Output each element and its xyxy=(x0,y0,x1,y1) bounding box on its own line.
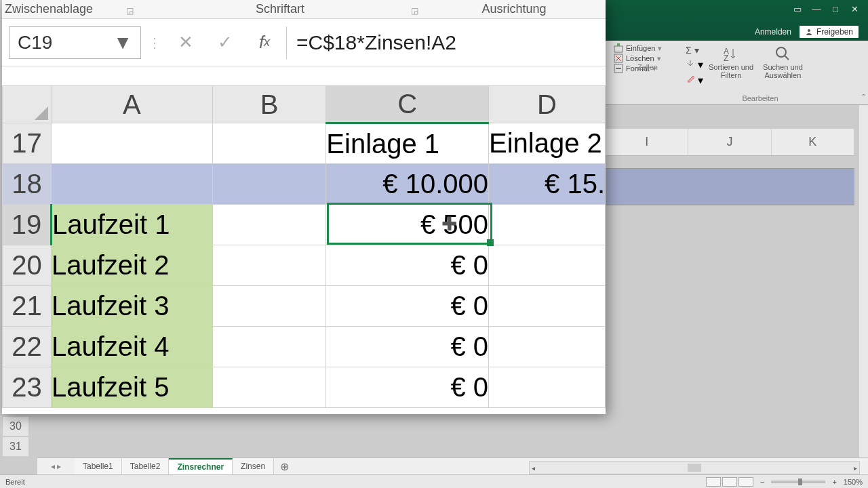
formula-separator: ⋮ xyxy=(145,35,164,51)
cell-a21[interactable]: Laufzeit 3 xyxy=(51,286,212,327)
ribbon-options-icon[interactable]: ▭ xyxy=(788,3,807,15)
formula-bar[interactable]: =C$18*Zinsen!A2 xyxy=(286,26,606,59)
cell-c22[interactable]: € 0 xyxy=(326,327,489,367)
sort-filter-icon: AZ xyxy=(722,45,740,62)
ribbon-right: Einfügen ▾ Löschen ▾ Format ▾ Zellen Σ ▾… xyxy=(606,41,868,105)
cell-c17[interactable]: Einlage 1 xyxy=(326,123,489,164)
row-header-20[interactable]: 20 xyxy=(3,245,52,286)
col-header-k[interactable]: K xyxy=(772,129,854,155)
share-icon xyxy=(805,28,813,36)
autosum-button[interactable]: Σ ▾ xyxy=(686,45,703,56)
cell-b17[interactable] xyxy=(212,123,326,164)
tab-zinsrechner[interactable]: Zinsrechner xyxy=(169,458,233,474)
font-group-label: Schriftart xyxy=(256,2,304,16)
cell-a23[interactable]: Laufzeit 5 xyxy=(51,367,212,408)
col-header-i[interactable]: I xyxy=(606,129,688,155)
cell-a22[interactable]: Laufzeit 4 xyxy=(51,327,212,367)
cell-d19[interactable] xyxy=(489,205,606,245)
add-sheet-button[interactable]: ⊕ xyxy=(274,458,294,474)
signin-link[interactable]: Anmelden xyxy=(755,27,791,37)
view-break-button[interactable] xyxy=(738,477,753,487)
tab-tabelle2[interactable]: Tabelle2 xyxy=(122,458,170,474)
minimize-icon[interactable]: — xyxy=(807,3,826,15)
cell-b23[interactable] xyxy=(212,367,326,408)
tab-tabelle1[interactable]: Tabelle1 xyxy=(75,458,122,474)
zoom-out-button[interactable]: − xyxy=(760,478,764,486)
font-launcher-icon[interactable]: ◲ xyxy=(411,6,418,16)
cell-d20[interactable] xyxy=(489,245,606,286)
cell-b19[interactable] xyxy=(212,205,326,245)
cell-c23[interactable]: € 0 xyxy=(326,367,489,408)
cell-b21[interactable] xyxy=(212,286,326,327)
namebox-dropdown-icon[interactable]: ▼ xyxy=(113,32,132,54)
col-header-a[interactable]: A xyxy=(51,86,212,123)
delete-icon xyxy=(614,54,623,63)
svg-point-0 xyxy=(808,29,810,32)
clear-button[interactable]: ▾ xyxy=(686,74,703,87)
cancel-formula-button[interactable]: ✕ xyxy=(168,26,203,59)
cell-b18[interactable] xyxy=(212,164,326,205)
zoom-level[interactable]: 150% xyxy=(844,478,863,486)
fx-icon[interactable]: fx xyxy=(247,32,282,53)
cell-cursor-icon: ✚ xyxy=(441,213,457,235)
edit-group-label: Bearbeiten xyxy=(699,94,821,102)
cell-d17[interactable]: Einlage 2 xyxy=(489,123,606,164)
svg-rect-1 xyxy=(614,46,623,52)
col-header-j[interactable]: J xyxy=(688,129,771,155)
cell-d18[interactable]: € 15. xyxy=(489,164,606,205)
cells-group-label: Zellen xyxy=(614,63,682,71)
cell-b22[interactable] xyxy=(212,327,326,367)
clipboard-group-label: Zwischenablage xyxy=(5,2,93,16)
close-icon[interactable]: ✕ xyxy=(845,3,864,15)
sort-filter-button[interactable]: AZ Sortieren und Filtern xyxy=(709,45,753,79)
view-layout-button[interactable] xyxy=(722,477,737,487)
cell-a17[interactable] xyxy=(51,123,212,164)
svg-rect-2 xyxy=(617,43,620,46)
row-header-30[interactable]: 30 xyxy=(2,416,29,436)
clipboard-launcher-icon[interactable]: ◲ xyxy=(126,6,134,16)
horizontal-scrollbar[interactable]: ◂▸ xyxy=(529,461,860,474)
cell-d22[interactable] xyxy=(489,327,606,367)
row-header-17[interactable]: 17 xyxy=(3,123,52,164)
vertical-scrollbar[interactable] xyxy=(859,105,868,458)
row-header-23[interactable]: 23 xyxy=(3,367,52,408)
cell-c19[interactable]: € 500 xyxy=(326,205,489,245)
row-header-19[interactable]: 19 xyxy=(3,205,52,245)
delete-cells-button[interactable]: Löschen ▾ xyxy=(614,54,661,63)
row-header-22[interactable]: 22 xyxy=(3,327,52,367)
cell-a20[interactable]: Laufzeit 2 xyxy=(51,245,212,286)
share-button[interactable]: Freigeben xyxy=(800,26,859,38)
cell-c21[interactable]: € 0 xyxy=(326,286,489,327)
row-header-18[interactable]: 18 xyxy=(3,164,52,205)
col-header-c[interactable]: C xyxy=(326,86,489,123)
svg-point-10 xyxy=(776,47,786,57)
insert-cells-button[interactable]: Einfügen ▾ xyxy=(614,43,662,53)
alignment-group-label: Ausrichtung xyxy=(481,2,546,16)
name-box[interactable]: C19 ▼ xyxy=(9,26,141,59)
accept-formula-button[interactable]: ✓ xyxy=(208,26,243,59)
cell-c18[interactable]: € 10.000 xyxy=(326,164,489,205)
col-header-d[interactable]: D xyxy=(489,86,606,123)
row-header-21[interactable]: 21 xyxy=(3,286,52,327)
cell-d21[interactable] xyxy=(489,286,606,327)
cell-a18[interactable] xyxy=(51,164,212,205)
cell-c20[interactable]: € 0 xyxy=(326,245,489,286)
select-all-corner[interactable] xyxy=(3,86,52,123)
cell-a19[interactable]: Laufzeit 1 xyxy=(51,205,212,245)
row-header-31[interactable]: 31 xyxy=(2,436,29,457)
tab-zinsen[interactable]: Zinsen xyxy=(233,458,274,474)
cell-d23[interactable] xyxy=(489,367,606,408)
view-normal-button[interactable] xyxy=(706,477,721,487)
bg-row18-highlight xyxy=(606,168,854,205)
col-header-b[interactable]: B xyxy=(212,86,326,123)
fill-icon xyxy=(686,59,695,68)
zoom-slider[interactable] xyxy=(771,481,825,483)
sheet-nav[interactable]: ◂ ▸ xyxy=(37,458,75,474)
fill-button[interactable]: ▾ xyxy=(686,58,703,71)
maximize-icon[interactable]: □ xyxy=(826,3,845,15)
status-ready: Bereit xyxy=(5,478,25,486)
zoom-in-button[interactable]: + xyxy=(832,478,836,486)
find-select-button[interactable]: Suchen und Auswählen xyxy=(763,45,803,79)
collapse-ribbon-icon[interactable]: ˆ xyxy=(862,93,865,104)
cell-b20[interactable] xyxy=(212,245,326,286)
